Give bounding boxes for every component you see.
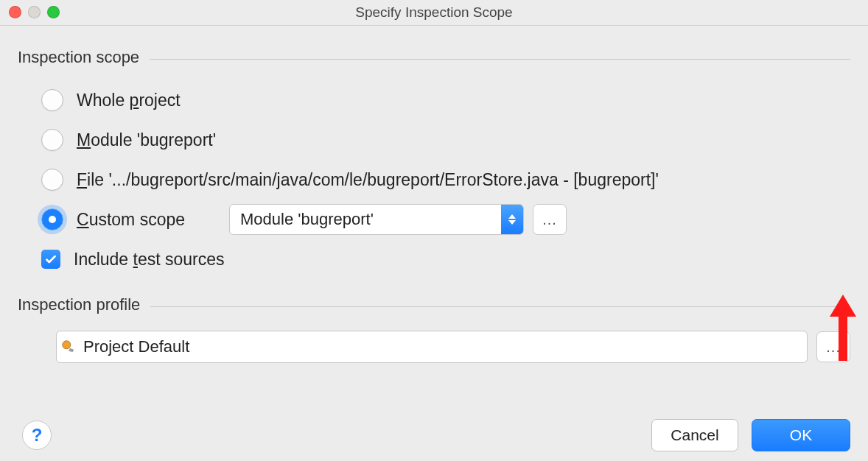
- annotation-arrow-icon: [827, 295, 859, 368]
- section-inspection-scope-label: Inspection scope: [18, 48, 139, 67]
- section-divider: [150, 59, 850, 60]
- option-include-test-sources-label: Include test sources: [74, 250, 225, 270]
- radio-module[interactable]: [41, 129, 63, 151]
- svg-point-0: [63, 341, 71, 349]
- section-inspection-profile: Inspection profile: [18, 295, 850, 314]
- minimize-window-button[interactable]: [28, 6, 41, 18]
- inspection-profile-value: Project Default: [80, 331, 799, 362]
- option-include-test-sources[interactable]: Include test sources: [41, 239, 850, 279]
- svg-marker-1: [830, 295, 856, 361]
- option-custom-scope-label: Custom scope: [77, 210, 185, 230]
- traffic-lights: [9, 6, 60, 18]
- custom-scope-combo-value: Module 'bugreport': [230, 205, 501, 234]
- cancel-button[interactable]: Cancel: [651, 419, 738, 451]
- titlebar: Specify Inspection Scope: [0, 0, 868, 25]
- radio-whole-project[interactable]: [41, 89, 63, 111]
- section-inspection-scope: Inspection scope: [18, 48, 850, 67]
- stepper-arrows-icon[interactable]: [501, 205, 523, 234]
- option-module-label: Module 'bugreport': [77, 130, 216, 150]
- dialog-footer: ? Cancel OK: [0, 409, 868, 461]
- checkbox-include-test-sources[interactable]: [41, 250, 60, 269]
- option-custom-scope[interactable]: Custom scope Module 'bugreport' ...: [41, 200, 850, 239]
- profile-row: Project Default ...: [18, 331, 850, 363]
- help-button[interactable]: ?: [22, 420, 52, 450]
- close-window-button[interactable]: [9, 6, 21, 18]
- window-title: Specify Inspection Scope: [355, 4, 512, 21]
- ok-button[interactable]: OK: [752, 419, 850, 451]
- option-file[interactable]: File '.../bugreport/src/main/java/com/le…: [41, 160, 850, 200]
- radio-file[interactable]: [41, 169, 63, 191]
- section-divider: [150, 306, 850, 307]
- option-module[interactable]: Module 'bugreport': [41, 120, 850, 160]
- checkmark-icon: [44, 253, 57, 266]
- custom-scope-combo[interactable]: Module 'bugreport': [229, 204, 524, 235]
- dialog-content: Inspection scope Whole project Module 'b…: [0, 26, 868, 363]
- option-whole-project-label: Whole project: [77, 91, 181, 110]
- section-inspection-profile-label: Inspection profile: [18, 295, 140, 314]
- stepper-arrows-icon[interactable]: [799, 331, 807, 362]
- custom-scope-controls: Module 'bugreport' ...: [229, 204, 567, 235]
- option-whole-project[interactable]: Whole project: [41, 80, 850, 120]
- option-file-label: File '.../bugreport/src/main/java/com/le…: [77, 170, 659, 190]
- radio-custom-scope[interactable]: [41, 208, 63, 230]
- zoom-window-button[interactable]: [47, 6, 60, 18]
- scope-options: Whole project Module 'bugreport' File '.…: [18, 80, 850, 279]
- custom-scope-browse-button[interactable]: ...: [533, 204, 567, 235]
- profile-gear-icon: [57, 331, 80, 362]
- inspection-profile-combo[interactable]: Project Default: [56, 331, 808, 363]
